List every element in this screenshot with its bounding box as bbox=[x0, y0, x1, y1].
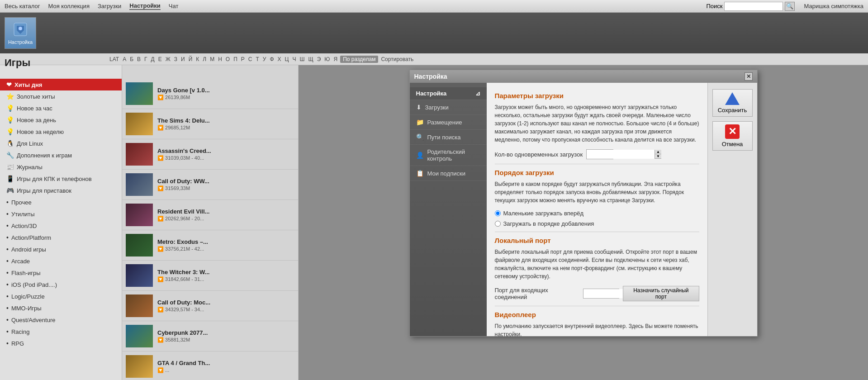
alphabet-m[interactable]: М bbox=[209, 56, 215, 62]
list-item[interactable]: Assassin's Creed... 🔽 31039,03M - 40... bbox=[122, 139, 298, 170]
sidebar-item-action3d[interactable]: • Action/3D bbox=[0, 220, 122, 232]
alphabet-shch[interactable]: Щ bbox=[307, 56, 314, 62]
cancel-button[interactable]: ✕ Отмена bbox=[712, 121, 753, 151]
random-port-button[interactable]: Назначить случайный порт bbox=[623, 286, 699, 301]
radio-added-label[interactable]: Загружать в порядке добавления bbox=[503, 220, 594, 227]
nav-downloads[interactable]: Загрузки bbox=[98, 3, 121, 10]
sidebar-item-linux[interactable]: 🐧 Для Linux bbox=[0, 138, 122, 149]
alphabet-b[interactable]: Б bbox=[129, 56, 134, 62]
dialog-actions: Сохранить ✕ Отмена bbox=[707, 83, 757, 336]
alphabet-p[interactable]: П bbox=[232, 56, 238, 62]
sidebar-item-arcade[interactable]: • Arcade bbox=[0, 255, 122, 267]
dialog-nav-placement[interactable]: 📁 Размещение bbox=[410, 115, 487, 130]
alphabet-r[interactable]: Р bbox=[240, 56, 246, 62]
sidebar-item-dlc[interactable]: 🔧 Дополнения к играм bbox=[0, 149, 122, 161]
spinbox-up[interactable]: ▲ bbox=[655, 150, 661, 154]
list-item[interactable]: GTA 4 / Grand Th... 🔽 ... bbox=[122, 352, 298, 380]
radio-order-added[interactable]: Загружать в порядке добавления bbox=[495, 220, 699, 227]
alphabet-g[interactable]: Г bbox=[143, 56, 148, 62]
port-spinbox[interactable]: 10394 ▲ ▼ bbox=[583, 289, 619, 299]
sort-button[interactable]: Сортировать bbox=[380, 56, 414, 62]
list-item[interactable]: Call of Duty: WW... 🔽 31569,33M bbox=[122, 170, 298, 200]
sidebar-item-hits[interactable]: ❤ Хиты дня bbox=[0, 79, 122, 90]
sidebar-item-logic[interactable]: • Logic/Puzzle bbox=[0, 290, 122, 302]
spinbox-buttons: ▲ ▼ bbox=[655, 150, 661, 159]
nav-chat[interactable]: Чат bbox=[169, 3, 179, 10]
alphabet-kh[interactable]: Х bbox=[277, 56, 282, 62]
collapse-icon[interactable]: ⊿ bbox=[475, 90, 480, 97]
logo-bar: Настройка bbox=[0, 13, 868, 53]
dot10-icon: • bbox=[6, 304, 9, 312]
list-item[interactable]: Days Gone [v 1.0... 🔽 26139,86M bbox=[122, 79, 298, 109]
alphabet-z[interactable]: З bbox=[173, 56, 178, 62]
dialog-nav-downloads[interactable]: ⬇ Загрузки bbox=[410, 100, 487, 115]
alphabet-e[interactable]: Е bbox=[157, 56, 163, 62]
alphabet-o[interactable]: О bbox=[225, 56, 231, 62]
port-label: Порт для входящих соединений bbox=[495, 287, 580, 300]
sidebar-item-racing[interactable]: • Racing bbox=[0, 326, 122, 337]
list-item[interactable]: The Witcher 3: W... 🔽 31842,66M - 31... bbox=[122, 261, 298, 291]
spinbox-down[interactable]: ▼ bbox=[655, 154, 661, 159]
alphabet-eh[interactable]: Э bbox=[316, 56, 322, 62]
sidebar-item-newday[interactable]: 💡 Новое за день bbox=[0, 114, 122, 126]
search-button[interactable]: 🔍 bbox=[785, 2, 795, 11]
sidebar-item-newweek[interactable]: 💡 Новое за неделю bbox=[0, 126, 122, 138]
search-input[interactable] bbox=[724, 2, 783, 11]
sidebar-item-android[interactable]: • Android игры bbox=[0, 243, 122, 255]
alphabet-i[interactable]: И bbox=[180, 56, 186, 62]
alphabet-ya[interactable]: Я bbox=[332, 56, 338, 62]
dialog-nav-subscriptions[interactable]: 📋 Мои подписки bbox=[410, 166, 487, 181]
dialog-nav-parental[interactable]: 👤 Родительский контроль bbox=[410, 145, 487, 166]
alphabet-s[interactable]: С bbox=[247, 56, 253, 62]
alphabet-k[interactable]: К bbox=[195, 56, 200, 62]
sidebar-item-other[interactable]: • Прочее bbox=[0, 196, 122, 208]
alphabet-d[interactable]: Д bbox=[150, 56, 156, 62]
alphabet-sh[interactable]: Ш bbox=[299, 56, 305, 62]
list-item[interactable]: The Sims 4: Delu... 🔽 29685,12M bbox=[122, 109, 298, 139]
sidebar-item-console[interactable]: 🎮 Игры для приставок bbox=[0, 185, 122, 196]
list-item[interactable]: Call of Duty: Moc... 🔽 34329,57M - 34... bbox=[122, 291, 298, 321]
alphabet-f[interactable]: Ф bbox=[269, 56, 275, 62]
sidebar-item-mmo[interactable]: • MMO-Игры bbox=[0, 302, 122, 314]
sidebar-item-rpg[interactable]: • RPG bbox=[0, 337, 122, 349]
radio-small-first[interactable]: Маленькие загружать вперёд bbox=[495, 210, 699, 217]
alphabet-n[interactable]: Н bbox=[217, 56, 223, 62]
sidebar-item-quest[interactable]: • Quest/Adventure bbox=[0, 314, 122, 326]
list-item[interactable]: Resident Evil Vill... 🔽 20262,96M - 20..… bbox=[122, 200, 298, 230]
sidebar-item-journals[interactable]: 📰 Журналы bbox=[0, 161, 122, 173]
sidebar-item-newhour[interactable]: 💡 Новое за час bbox=[0, 102, 122, 114]
concurrent-input[interactable]: 8 bbox=[587, 150, 655, 159]
alphabet-jj[interactable]: Й bbox=[188, 56, 194, 62]
alphabet-u[interactable]: У bbox=[262, 56, 267, 62]
list-item[interactable]: Cyberpunk 2077... 🔽 35881,32M bbox=[122, 321, 298, 352]
sidebar-item-utils[interactable]: • Утилиты bbox=[0, 208, 122, 220]
radio-small-input[interactable] bbox=[495, 210, 501, 216]
sidebar-item-flash[interactable]: • Flash-игры bbox=[0, 267, 122, 279]
alphabet-ts[interactable]: Ц bbox=[284, 56, 290, 62]
alphabet-ch[interactable]: Ч bbox=[291, 56, 297, 62]
alphabet-yu[interactable]: Ю bbox=[323, 56, 331, 62]
list-item[interactable]: Metro: Exodus –... 🔽 33756,21M - 42... bbox=[122, 230, 298, 261]
alphabet-v[interactable]: В bbox=[136, 56, 142, 62]
sidebar-item-ios[interactable]: • iOS (Pod iPad....) bbox=[0, 279, 122, 290]
dialog-title: Настройка bbox=[414, 73, 447, 80]
save-button[interactable]: Сохранить bbox=[712, 89, 753, 117]
sidebar-item-actionplatform[interactable]: • Action/Platform bbox=[0, 232, 122, 243]
dialog-nav-paths[interactable]: 🔍 Пути поиска bbox=[410, 130, 487, 145]
alphabet-a[interactable]: А bbox=[122, 56, 127, 62]
settings-logo[interactable]: Настройка bbox=[5, 17, 36, 49]
dialog-close-button[interactable]: ✕ bbox=[745, 72, 753, 81]
nav-settings[interactable]: Настройки bbox=[129, 2, 161, 10]
by-section-button[interactable]: По разделам bbox=[340, 56, 378, 63]
alphabet-zh[interactable]: Ж bbox=[165, 56, 171, 62]
concurrent-spinbox[interactable]: 8 ▲ ▼ bbox=[586, 149, 613, 159]
nav-catalog[interactable]: Весь каталог bbox=[5, 3, 40, 10]
radio-small-label[interactable]: Маленькие загружать вперёд bbox=[503, 210, 584, 217]
alphabet-lat[interactable]: LAT bbox=[109, 56, 120, 62]
nav-collection[interactable]: Моя коллекция bbox=[48, 3, 89, 10]
radio-added-input[interactable] bbox=[495, 221, 501, 227]
sidebar-item-gold[interactable]: ⭐ Золотые хиты bbox=[0, 90, 122, 102]
alphabet-l[interactable]: Л bbox=[202, 56, 207, 62]
sidebar-item-mobile[interactable]: 📱 Игры для КПК и телефонов bbox=[0, 173, 122, 185]
alphabet-t[interactable]: Т bbox=[255, 56, 260, 62]
